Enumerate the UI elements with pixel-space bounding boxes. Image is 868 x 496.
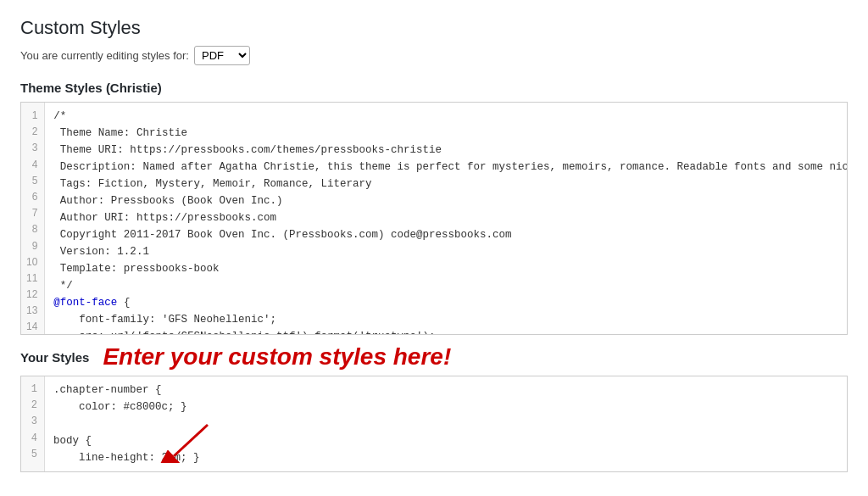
- your-styles-section: Your Styles Enter your custom styles her…: [20, 345, 848, 472]
- theme-styles-editor: 1 2 3 4 5 6 7 8 9 10 11 12 13 14 15 16 /…: [20, 102, 848, 335]
- arrow-annotation: [157, 421, 225, 469]
- theme-code-content: /* Theme Name: Christie Theme URI: https…: [45, 103, 847, 335]
- your-styles-editor: 1 2 3 4 5 .chapter-number { color: #c800…: [20, 376, 848, 472]
- page-wrapper: Custom Styles You are currently editing …: [0, 0, 868, 496]
- svg-line-1: [174, 425, 208, 456]
- editing-label: You are currently editing styles for:: [20, 49, 189, 62]
- format-select[interactable]: PDF EPUB Web: [194, 46, 250, 65]
- callout-text: Enter your custom styles here!: [103, 345, 451, 369]
- your-styles-title: Your Styles: [20, 350, 89, 365]
- theme-section-title: Theme Styles (Christie): [20, 81, 848, 95]
- your-line-numbers: 1 2 3 4 5: [21, 376, 45, 471]
- editing-bar: You are currently editing styles for: PD…: [20, 46, 848, 65]
- your-styles-header: Your Styles Enter your custom styles her…: [20, 345, 848, 369]
- page-title: Custom Styles: [20, 17, 848, 39]
- theme-line-numbers: 1 2 3 4 5 6 7 8 9 10 11 12 13 14 15 16: [21, 103, 45, 335]
